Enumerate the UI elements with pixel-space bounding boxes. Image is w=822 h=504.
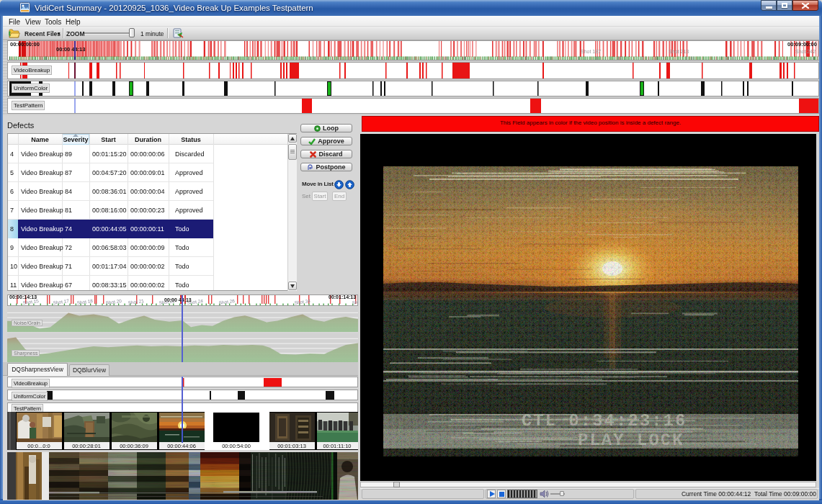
svg-text:Shot 17: Shot 17	[53, 298, 70, 305]
svg-text:00:00:54:00: 00:00:54:00	[222, 443, 251, 449]
svg-text:00:00:44:06: 00:00:44:06	[167, 443, 196, 449]
svg-text:00:0...0:0: 00:0...0:0	[27, 443, 50, 449]
svg-text:Shot 34: Shot 34	[294, 298, 311, 305]
svg-text:Shot 26: Shot 26	[218, 298, 236, 305]
svg-text:00:01:03:13: 00:01:03:13	[277, 443, 306, 449]
svg-text:00:01:11:10: 00:01:11:10	[323, 443, 351, 449]
svg-text:00:00:36:09: 00:00:36:09	[120, 443, 148, 449]
svg-text:00:00:28:01: 00:00:28:01	[72, 443, 101, 449]
svg-text:Sho: Sho	[352, 299, 357, 305]
